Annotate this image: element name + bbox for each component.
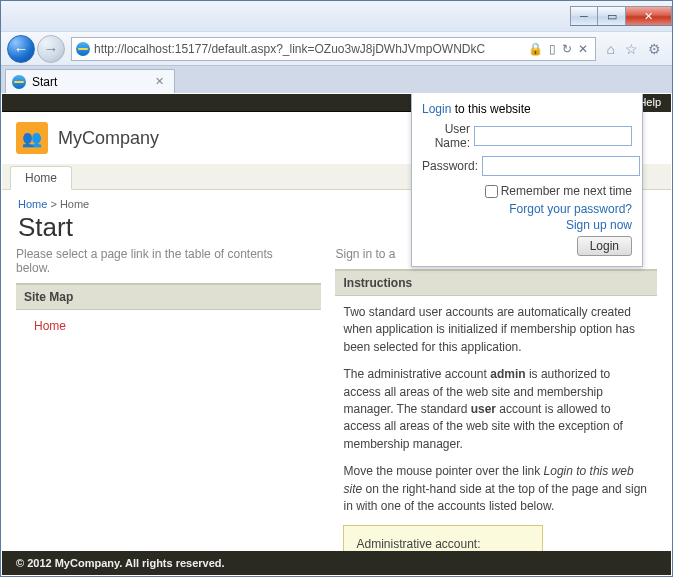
compat-icon[interactable]: ▯ [549,42,556,56]
sitemap-home-link[interactable]: Home [24,319,66,333]
gear-icon[interactable]: ⚙ [648,41,661,57]
username-input[interactable] [474,126,632,146]
logo-icon: 👥 [16,122,48,154]
page-viewport: Help 👥 MyCompany Home Home > Home Start … [2,94,671,575]
titlebar[interactable]: ─ ▭ ✕ [1,1,672,31]
address-bar[interactable]: 🔒 ▯ ↻ ✕ [71,37,596,61]
tab-home[interactable]: Home [10,166,72,190]
instructions-body: Two standard user accounts are automatic… [335,296,657,575]
para3: Move the mouse pointer over the link Log… [343,463,649,515]
remember-checkbox[interactable] [485,185,498,198]
browser-tools: ⌂ ☆ ⚙ [602,41,666,57]
address-bar-tools: 🔒 ▯ ↻ ✕ [525,42,591,56]
tab-close-icon[interactable]: ✕ [155,75,164,88]
tab-favicon [12,75,26,89]
browser-tab[interactable]: Start ✕ [5,69,175,93]
home-icon[interactable]: ⌂ [607,41,615,57]
breadcrumb-home[interactable]: Home [18,198,47,210]
password-label: Password: [422,159,482,173]
maximize-button[interactable]: ▭ [598,6,626,26]
login-button-row: Login [422,236,632,256]
close-button[interactable]: ✕ [626,6,672,26]
ie-icon [76,42,90,56]
columns: Please select a page link in the table o… [2,245,671,575]
login-links: Forgot your password? Sign up now [422,202,632,232]
login-button[interactable]: Login [577,236,632,256]
sitemap-header: Site Map [16,283,321,310]
minimize-button[interactable]: ─ [570,6,598,26]
login-title: Login to this website [422,102,632,116]
username-row: User Name: [422,122,632,150]
favorites-icon[interactable]: ☆ [625,41,638,57]
right-column: Sign in to a Instructions Two standard u… [335,245,657,575]
para1: Two standard user accounts are automatic… [343,304,649,356]
url-input[interactable] [94,42,525,56]
forgot-password-link[interactable]: Forgot your password? [422,202,632,216]
password-row: Password: [422,156,632,176]
tab-bar: Start ✕ [1,65,672,93]
username-label: User Name: [422,122,474,150]
tab-title: Start [32,75,57,89]
login-popup: Login to this website User Name: Passwor… [411,94,643,267]
remember-row: Remember me next time [422,182,632,200]
para2: The administrative account admin is auth… [343,366,649,453]
remember-label[interactable]: Remember me next time [501,184,632,198]
window-buttons: ─ ▭ ✕ [570,6,672,26]
refresh-icon[interactable]: ↻ [562,42,572,56]
login-title-link[interactable]: Login [422,102,451,116]
forward-button[interactable]: → [37,35,65,63]
browser-window: ─ ▭ ✕ ← → 🔒 ▯ ↻ ✕ ⌂ ☆ ⚙ Start ✕ [0,0,673,577]
sitemap-body: Home [16,310,321,343]
footer: © 2012 MyCompany. All rights reserved. [2,551,671,575]
breadcrumb-sep: > [50,198,59,210]
left-subtext: Please select a page link in the table o… [16,245,321,283]
instructions-header: Instructions [335,269,657,296]
stop-icon[interactable]: ✕ [578,42,588,56]
back-button[interactable]: ← [7,35,35,63]
security-icon[interactable]: 🔒 [528,42,543,56]
breadcrumb-current: Home [60,198,89,210]
nav-toolbar: ← → 🔒 ▯ ↻ ✕ ⌂ ☆ ⚙ [1,31,672,65]
brand-name: MyCompany [58,128,159,149]
password-input[interactable] [482,156,640,176]
left-column: Please select a page link in the table o… [16,245,321,575]
signup-link[interactable]: Sign up now [422,218,632,232]
